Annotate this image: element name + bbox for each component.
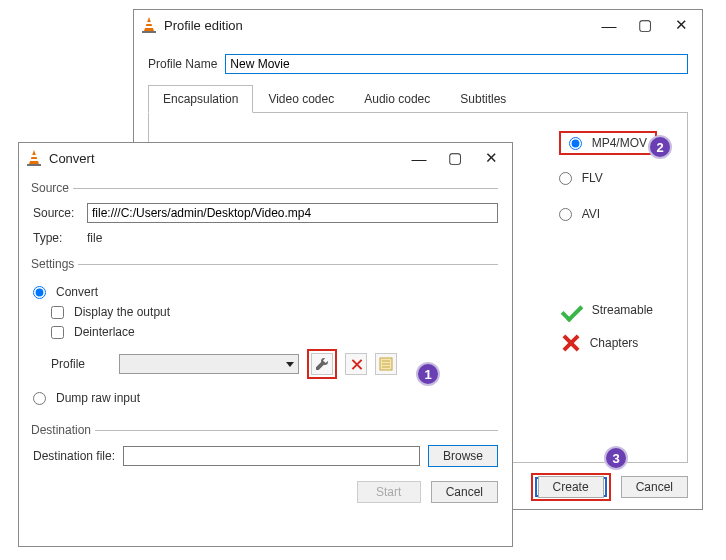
profile-dropdown[interactable] [119,354,299,374]
minimize-icon[interactable]: — [600,17,618,34]
checkbox-display-output[interactable] [51,306,64,319]
radio-mp4mov[interactable] [569,137,582,150]
chevron-down-icon [286,362,294,367]
step-marker-2: 2 [648,135,672,159]
vlc-cone-icon [27,150,41,166]
new-profile-button[interactable] [375,353,397,375]
radio-dump-raw-label: Dump raw input [56,391,140,405]
source-legend: Source [31,181,73,195]
radio-convert-label: Convert [56,285,98,299]
feature-streamable: Streamable [592,303,653,317]
radio-dump-raw[interactable] [33,392,46,405]
close-icon[interactable]: ✕ [672,16,690,34]
browse-button[interactable]: Browse [428,445,498,467]
radio-avi[interactable] [559,208,572,221]
tab-subtitles[interactable]: Subtitles [445,85,521,113]
convert-cancel-button[interactable]: Cancel [431,481,498,503]
destination-input[interactable] [123,446,420,466]
create-button[interactable]: Create [538,476,604,498]
radio-convert[interactable] [33,286,46,299]
checkbox-display-output-label: Display the output [74,305,170,319]
settings-legend: Settings [31,257,78,271]
type-label: Type: [33,231,79,245]
radio-mp4mov-label: MP4/MOV [592,136,647,150]
maximize-icon[interactable]: ▢ [446,149,464,167]
maximize-icon[interactable]: ▢ [636,16,654,34]
tab-video-codec[interactable]: Video codec [253,85,349,113]
checkbox-deinterlace[interactable] [51,326,64,339]
profile-tabs: Encapsulation Video codec Audio codec Su… [148,84,688,113]
minimize-icon[interactable]: — [410,150,428,167]
radio-flv[interactable] [559,172,572,185]
delete-profile-button[interactable] [345,353,367,375]
source-input[interactable] [87,203,498,223]
tab-encapsulation[interactable]: Encapsulation [148,85,253,113]
check-icon [560,303,582,317]
destination-legend: Destination [31,423,95,437]
profile-window-title: Profile edition [164,18,243,33]
destination-label: Destination file: [33,449,115,463]
start-button[interactable]: Start [357,481,421,503]
destination-group: Destination Destination file: Browse [33,423,498,471]
profile-titlebar: Profile edition — ▢ ✕ [134,10,702,40]
source-group: Source Source: Type: file [33,181,498,249]
radio-flv-label: FLV [582,171,603,185]
edit-profile-button[interactable] [311,353,333,375]
step-marker-1: 1 [416,362,440,386]
checkbox-deinterlace-label: Deinterlace [74,325,135,339]
tab-audio-codec[interactable]: Audio codec [349,85,445,113]
convert-titlebar: Convert — ▢ ✕ [19,143,512,173]
source-label: Source: [33,206,79,220]
type-value: file [87,231,102,245]
profile-name-label: Profile Name [148,57,217,71]
convert-window: Convert — ▢ ✕ Source Source: Type: file … [18,142,513,547]
delete-icon [350,358,363,371]
wrench-icon [315,357,329,371]
profile-label: Profile [51,357,111,371]
profile-cancel-button[interactable]: Cancel [621,476,688,498]
x-icon [560,333,580,353]
radio-avi-label: AVI [582,207,600,221]
vlc-cone-icon [142,17,156,33]
close-icon[interactable]: ✕ [482,149,500,167]
new-profile-icon [379,357,393,371]
convert-window-title: Convert [49,151,95,166]
profile-name-input[interactable] [225,54,688,74]
step-marker-3: 3 [604,446,628,470]
feature-chapters: Chapters [590,336,639,350]
settings-group: Settings Convert Display the output Dein… [33,257,498,415]
